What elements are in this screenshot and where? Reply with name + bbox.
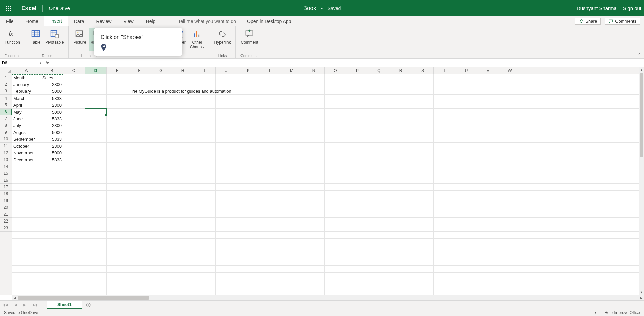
row-header-16[interactable]: 16 <box>0 177 12 184</box>
col-header-O[interactable]: O <box>325 67 346 74</box>
col-header-H[interactable]: H <box>172 67 194 74</box>
help-improve-link[interactable]: Help Improve Office <box>604 310 640 315</box>
tab-view[interactable]: View <box>117 16 140 26</box>
new-sheet-button[interactable] <box>82 301 94 309</box>
other-charts-button[interactable]: Other Charts ▾ <box>189 28 206 50</box>
col-header-R[interactable]: R <box>390 67 412 74</box>
scroll-left-icon[interactable]: ◀ <box>12 295 17 300</box>
row-header-18[interactable]: 18 <box>0 191 12 197</box>
cell-B8[interactable]: 2300 <box>41 122 63 129</box>
col-header-S[interactable]: S <box>412 67 434 74</box>
collapse-ribbon-icon[interactable]: ⌃ <box>637 52 641 58</box>
cell-B9[interactable]: 5000 <box>41 129 63 136</box>
sheet-first-icon[interactable]: ▮◀ <box>3 303 8 307</box>
col-header-C[interactable]: C <box>63 67 85 74</box>
hscroll-thumb[interactable] <box>18 296 149 300</box>
cell-B3[interactable]: 5000 <box>41 88 63 95</box>
row-header-8[interactable]: 8 <box>0 122 12 129</box>
app-launcher-icon[interactable] <box>3 2 15 14</box>
col-header-E[interactable]: E <box>107 67 128 74</box>
cell-B5[interactable]: 2300 <box>41 102 63 109</box>
col-header-M[interactable]: M <box>281 67 303 74</box>
col-header-G[interactable]: G <box>150 67 172 74</box>
app-name[interactable]: Excel <box>21 5 36 12</box>
cell-B13[interactable]: 5833 <box>41 156 63 163</box>
scroll-down-icon[interactable]: ▼ <box>639 290 644 295</box>
scroll-right-icon[interactable]: ▶ <box>639 295 644 300</box>
col-header-L[interactable]: L <box>259 67 281 74</box>
row-header-10[interactable]: 10 <box>0 136 12 143</box>
table-button[interactable]: Table <box>29 28 43 45</box>
sheet-last-icon[interactable]: ▶▮ <box>33 303 37 307</box>
row-header-1[interactable]: 1 <box>0 74 12 81</box>
row-header-2[interactable]: 2 <box>0 81 12 88</box>
row-headers[interactable]: 1234567891011121314151617181920212223 <box>0 74 12 295</box>
drive-name[interactable]: OneDrive <box>49 5 70 11</box>
sign-out-link[interactable]: Sign out <box>623 5 641 11</box>
col-header-N[interactable]: N <box>303 67 325 74</box>
cell-B7[interactable]: 5833 <box>41 115 63 122</box>
status-menu-icon[interactable]: ▾ <box>595 311 596 314</box>
name-box-input[interactable] <box>2 61 41 65</box>
tab-file[interactable]: File <box>0 16 20 26</box>
col-header-T[interactable]: T <box>434 67 455 74</box>
name-box-dropdown-icon[interactable]: ▾ <box>40 61 41 65</box>
tell-me-search[interactable]: Tell me what you want to do <box>178 16 236 26</box>
col-header-K[interactable]: K <box>237 67 259 74</box>
cell-B4[interactable]: 5833 <box>41 95 63 102</box>
column-headers[interactable]: ABCDEFGHIJKLMNOPQRSTUVW <box>12 67 639 74</box>
horizontal-scrollbar[interactable]: ◀ ▶ <box>12 295 644 300</box>
col-header-I[interactable]: I <box>194 67 216 74</box>
vertical-scrollbar[interactable]: ▲ ▼ <box>639 67 644 295</box>
comment-button[interactable]: Comment <box>239 28 259 45</box>
row-header-5[interactable]: 5 <box>0 102 12 109</box>
sheet-next-icon[interactable]: ▶ <box>23 303 26 307</box>
tab-review[interactable]: Review <box>90 16 118 26</box>
pivottable-button[interactable]: PivotTable <box>44 28 65 45</box>
scatter-chart-button[interactable]: Scatter▾ <box>172 28 187 50</box>
col-header-V[interactable]: V <box>477 67 499 74</box>
select-all-corner[interactable] <box>0 67 12 74</box>
cell-B11[interactable]: 2300 <box>41 143 63 149</box>
user-name-label[interactable]: Dushyant Sharma <box>577 5 617 11</box>
comments-button[interactable]: Comments <box>605 18 640 25</box>
col-header-D[interactable]: D <box>85 67 107 74</box>
row-header-23[interactable]: 23 <box>0 225 12 232</box>
row-header-19[interactable]: 19 <box>0 197 12 204</box>
cell-F3[interactable]: The MyGuide is a product for guides and … <box>128 88 330 95</box>
row-header-20[interactable]: 20 <box>0 204 12 211</box>
col-header-W[interactable]: W <box>499 67 521 74</box>
tab-data[interactable]: Data <box>68 16 90 26</box>
col-header-F[interactable]: F <box>128 67 150 74</box>
row-header-7[interactable]: 7 <box>0 115 12 122</box>
col-header-U[interactable]: U <box>455 67 477 74</box>
spreadsheet-grid[interactable]: ABCDEFGHIJKLMNOPQRSTUVW 1234567891011121… <box>0 67 644 301</box>
name-box[interactable]: ▾ <box>0 59 43 67</box>
col-header-P[interactable]: P <box>346 67 368 74</box>
row-header-17[interactable]: 17 <box>0 184 12 190</box>
cell-B2[interactable]: 2300 <box>41 81 63 88</box>
tab-insert[interactable]: Insert <box>44 16 68 26</box>
shapes-button[interactable]: Shapes▾ <box>89 28 106 51</box>
row-header-4[interactable]: 4 <box>0 95 12 102</box>
col-header-B[interactable]: B <box>41 67 63 74</box>
tab-home[interactable]: Home <box>20 16 44 26</box>
row-header-6[interactable]: 6 <box>0 109 12 115</box>
row-header-11[interactable]: 11 <box>0 143 12 149</box>
row-header-3[interactable]: 3 <box>0 88 12 95</box>
cell-B1[interactable]: Sales <box>41 74 242 81</box>
doc-title[interactable]: Book <box>303 5 316 12</box>
picture-button[interactable]: Picture <box>72 28 87 51</box>
row-header-14[interactable]: 14 <box>0 163 12 170</box>
row-header-12[interactable]: 12 <box>0 149 12 156</box>
formula-input[interactable] <box>52 59 644 67</box>
share-button[interactable]: Share <box>575 18 601 25</box>
fx-label[interactable]: fx <box>43 59 52 67</box>
col-header-J[interactable]: J <box>216 67 237 74</box>
tab-help[interactable]: Help <box>140 16 162 26</box>
cells-area[interactable]: MonthSalesJanuary2300February5000March58… <box>12 74 639 295</box>
function-button[interactable]: fx Function <box>3 28 21 45</box>
sheet-prev-icon[interactable]: ◀ <box>14 303 17 307</box>
col-header-Q[interactable]: Q <box>368 67 390 74</box>
row-header-21[interactable]: 21 <box>0 211 12 218</box>
